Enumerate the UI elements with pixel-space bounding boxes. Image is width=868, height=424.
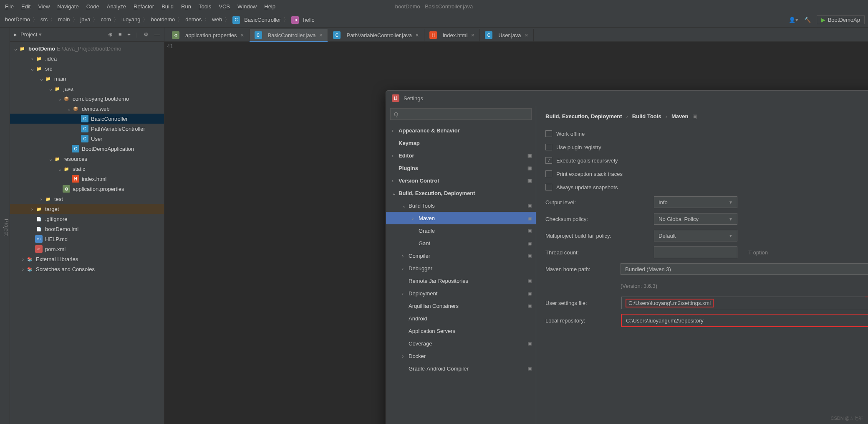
- checksum-select[interactable]: No Global Policy▼: [654, 213, 737, 225]
- settings-category[interactable]: ›Editor▣: [386, 149, 536, 162]
- crumb[interactable]: src: [39, 16, 49, 23]
- menu-file[interactable]: File: [5, 3, 14, 10]
- output-level-select[interactable]: Info▼: [654, 196, 737, 208]
- menu-help[interactable]: Help: [264, 3, 275, 10]
- project-tree[interactable]: ⌄📁bootDemo E:\Java_Project\bootDemo›📁.id…: [10, 42, 164, 276]
- user-icon[interactable]: 👤▾: [789, 17, 798, 23]
- menu-code[interactable]: Code: [86, 3, 99, 10]
- editor-tab[interactable]: Hindex.html✕: [424, 29, 480, 41]
- settings-category[interactable]: ›Compiler▣: [386, 249, 536, 262]
- checkbox[interactable]: [545, 170, 552, 177]
- tree-item[interactable]: ⌄📦com.luoyang.bootdemo: [10, 94, 164, 104]
- settings-category[interactable]: ⌄Build, Execution, Deployment: [386, 187, 536, 199]
- crumb[interactable]: bootDemo: [3, 16, 32, 23]
- editor-tab[interactable]: CUser.java✕: [480, 29, 533, 41]
- tree-item[interactable]: CUser: [10, 134, 164, 144]
- expand-icon[interactable]: ≡: [119, 31, 122, 38]
- checkbox-row[interactable]: Print exception stack traces: [545, 167, 868, 180]
- tree-item[interactable]: Hindex.html: [10, 174, 164, 184]
- tree-item[interactable]: CBootDemoApplication: [10, 144, 164, 154]
- tree-item[interactable]: ›📚Scratches and Consoles: [10, 264, 164, 274]
- editor-tab[interactable]: ⚙application.properties✕: [167, 29, 250, 41]
- close-tab-icon[interactable]: ✕: [240, 33, 244, 38]
- checkbox-row[interactable]: Always update snapshots: [545, 180, 868, 194]
- locate-icon[interactable]: ⊕: [108, 31, 113, 38]
- tree-item[interactable]: M↓HELP.md: [10, 234, 164, 244]
- menu-run[interactable]: Run: [181, 3, 191, 10]
- crumb[interactable]: mhello: [290, 16, 316, 24]
- hide-icon[interactable]: —: [154, 31, 160, 38]
- menu-analyze[interactable]: Analyze: [107, 3, 126, 10]
- user-settings-input[interactable]: C:\Users\luoyang\.m2\settings.xml 📁: [621, 297, 868, 309]
- tree-item[interactable]: ⌄📁java: [10, 84, 164, 94]
- checkbox[interactable]: [545, 184, 552, 190]
- crumb[interactable]: java: [79, 16, 92, 23]
- close-tab-icon[interactable]: ✕: [415, 33, 419, 38]
- settings-category[interactable]: ›Version Control▣: [386, 174, 536, 187]
- settings-category[interactable]: ›Maven▣: [386, 212, 536, 224]
- checkbox-row[interactable]: Work offline: [545, 127, 868, 140]
- tree-item[interactable]: ›📁target: [10, 204, 164, 214]
- close-tab-icon[interactable]: ✕: [319, 33, 323, 38]
- checkbox-row[interactable]: Use plugin registry: [545, 140, 868, 154]
- run-config-selector[interactable]: ▶ BootDemoAp: [817, 15, 865, 24]
- crumb[interactable]: web: [210, 16, 224, 23]
- settings-category[interactable]: ›Deployment▣: [386, 287, 536, 300]
- settings-category[interactable]: ⌄Build Tools▣: [386, 199, 536, 212]
- settings-category[interactable]: ›Docker: [386, 350, 536, 362]
- checkbox-row[interactable]: Execute goals recursively: [545, 154, 868, 167]
- local-repo-input[interactable]: C:\Users\luoyang\.m2\repository 📁: [621, 314, 868, 327]
- settings-category[interactable]: Arquillian Containers▣: [386, 300, 536, 312]
- menu-window[interactable]: Window: [237, 3, 257, 10]
- tree-item[interactable]: ›📁.idea: [10, 53, 164, 63]
- settings-category[interactable]: Gradle-Android Compiler▣: [386, 362, 536, 375]
- menu-edit[interactable]: Edit: [21, 3, 30, 10]
- project-tool-tab[interactable]: Project: [3, 219, 10, 236]
- tree-root[interactable]: ⌄📁bootDemo E:\Java_Project\bootDemo: [10, 43, 164, 53]
- tree-item[interactable]: ⌄📁resources: [10, 154, 164, 164]
- close-tab-icon[interactable]: ✕: [525, 33, 528, 38]
- settings-category[interactable]: Android: [386, 312, 536, 325]
- build-icon[interactable]: 🔨: [804, 17, 811, 23]
- settings-search[interactable]: Q: [390, 108, 532, 120]
- menu-vcs[interactable]: VCS: [219, 3, 230, 10]
- settings-category[interactable]: Keymap: [386, 137, 536, 149]
- menu-tools[interactable]: Tools: [199, 3, 211, 10]
- menu-view[interactable]: View: [38, 3, 50, 10]
- tree-item[interactable]: ›📁test: [10, 194, 164, 204]
- fail-policy-select[interactable]: Default▼: [654, 230, 737, 241]
- tree-item[interactable]: ›📚External Libraries: [10, 254, 164, 264]
- tree-item[interactable]: ⌄📦demos.web: [10, 104, 164, 114]
- tree-item[interactable]: CBasicController: [10, 114, 164, 124]
- home-select[interactable]: Bundled (Maven 3)▼: [621, 263, 868, 275]
- checkbox[interactable]: [545, 144, 552, 150]
- menu-navigate[interactable]: Navigate: [57, 3, 78, 10]
- tree-item[interactable]: ⌄📁static: [10, 164, 164, 174]
- tree-item[interactable]: ⌄📁src: [10, 63, 164, 74]
- settings-category[interactable]: ›Appearance & Behavior: [386, 124, 536, 137]
- crumb[interactable]: com: [99, 16, 113, 23]
- settings-category[interactable]: Coverage▣: [386, 337, 536, 350]
- settings-category[interactable]: Remote Jar Repositories▣: [386, 274, 536, 287]
- settings-category[interactable]: Gant▣: [386, 237, 536, 249]
- collapse-icon[interactable]: ÷: [127, 31, 130, 38]
- tree-item[interactable]: ⚙application.properties: [10, 184, 164, 194]
- crumb[interactable]: CBasicController: [231, 16, 283, 24]
- tree-item[interactable]: CPathVariableController: [10, 124, 164, 134]
- thread-input[interactable]: [654, 246, 737, 258]
- crumb[interactable]: luoyang: [120, 16, 142, 23]
- tree-item[interactable]: 📄bootDemo.iml: [10, 224, 164, 234]
- crumb[interactable]: bootdemo: [149, 16, 177, 23]
- settings-gear-icon[interactable]: ⚙: [144, 31, 149, 38]
- settings-category[interactable]: Application Servers: [386, 325, 536, 337]
- tree-item[interactable]: mpom.xml: [10, 244, 164, 254]
- settings-category[interactable]: Gradle▣: [386, 224, 536, 237]
- crumb[interactable]: main: [56, 16, 71, 23]
- tree-item[interactable]: 📄.gitignore: [10, 214, 164, 224]
- tree-item[interactable]: ⌄📁main: [10, 74, 164, 84]
- editor-tab[interactable]: CPathVariableController.java✕: [328, 29, 424, 41]
- settings-category[interactable]: ›Debugger: [386, 262, 536, 274]
- editor-tab[interactable]: CBasicController.java✕: [250, 29, 328, 41]
- checkbox[interactable]: [545, 130, 552, 137]
- menu-build[interactable]: Build: [161, 3, 174, 10]
